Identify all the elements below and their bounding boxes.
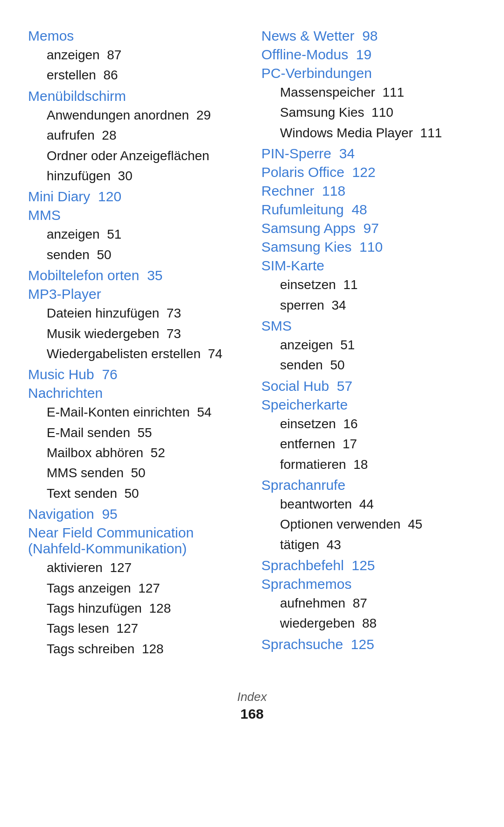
sub-item: Mailbox abhören 52 bbox=[47, 443, 243, 463]
index-entry: Sprachmemosaufnehmen 87wiedergeben 88 bbox=[261, 576, 476, 634]
index-entry: MP3-PlayerDateien hinzufügen 73Musik wie… bbox=[28, 286, 243, 364]
entry-header: Speicherkarte bbox=[261, 397, 476, 413]
index-entry: Sprachsuche 125 bbox=[261, 636, 476, 652]
entry-header: Navigation 95 bbox=[28, 506, 243, 522]
sub-items: einsetzen 11sperren 34 bbox=[261, 275, 476, 315]
entry-header: Music Hub 76 bbox=[28, 367, 243, 382]
entry-header: SMS bbox=[261, 318, 476, 334]
sub-item: Tags hinzufügen 128 bbox=[47, 598, 243, 618]
left-column: Memosanzeigen 87erstellen 86Menübildschi… bbox=[28, 28, 243, 662]
footer-page: 168 bbox=[240, 706, 264, 721]
entry-header: Samsung Apps 97 bbox=[261, 220, 476, 236]
footer-label: Index bbox=[28, 690, 476, 704]
sub-items: aufnehmen 87wiedergeben 88 bbox=[261, 593, 476, 634]
index-entry: PC-VerbindungenMassenspeicher 111Samsung… bbox=[261, 65, 476, 143]
index-entry: MMSanzeigen 51senden 50 bbox=[28, 207, 243, 265]
index-entry: Memosanzeigen 87erstellen 86 bbox=[28, 28, 243, 85]
entry-header: Rufumleitung 48 bbox=[261, 202, 476, 218]
sub-item: erstellen 86 bbox=[47, 65, 243, 85]
sub-item: einsetzen 11 bbox=[280, 275, 476, 295]
sub-item: anzeigen 87 bbox=[47, 45, 243, 65]
index-entry: Samsung Apps 97 bbox=[261, 220, 476, 236]
sub-items: beantworten 44Optionen verwenden 45tätig… bbox=[261, 494, 476, 555]
sub-item: E-Mail-Konten einrichten 54 bbox=[47, 402, 243, 422]
sub-item: Text senden 50 bbox=[47, 483, 243, 503]
entry-header: Mini Diary 120 bbox=[28, 189, 243, 205]
entry-header: Samsung Kies 110 bbox=[261, 239, 476, 255]
sub-item: aufrufen 28 bbox=[47, 125, 243, 145]
sub-item: Dateien hinzufügen 73 bbox=[47, 303, 243, 323]
footer: Index 168 bbox=[28, 690, 476, 722]
sub-item: beantworten 44 bbox=[280, 494, 476, 514]
index-entry: Samsung Kies 110 bbox=[261, 239, 476, 255]
sub-item: einsetzen 16 bbox=[280, 414, 476, 434]
index-entry: Rufumleitung 48 bbox=[261, 202, 476, 218]
sub-item: aufnehmen 87 bbox=[280, 593, 476, 613]
sub-item: anzeigen 51 bbox=[280, 335, 476, 355]
index-entry: Near Field Communication (Nahfeld-Kommun… bbox=[28, 525, 243, 659]
entry-header: Sprachbefehl 125 bbox=[261, 558, 476, 573]
index-entry: Polaris Office 122 bbox=[261, 164, 476, 180]
index-entry: Rechner 118 bbox=[261, 183, 476, 199]
sub-item: Wiedergabelisten erstellen 74 bbox=[47, 344, 243, 364]
entry-header: Nachrichten bbox=[28, 385, 243, 401]
index-entry: Social Hub 57 bbox=[261, 378, 476, 394]
right-column: News & Wetter 98Offline-Modus 19PC-Verbi… bbox=[261, 28, 476, 662]
entry-header: PC-Verbindungen bbox=[261, 65, 476, 81]
entry-header: News & Wetter 98 bbox=[261, 28, 476, 44]
index-entry: SMSanzeigen 51senden 50 bbox=[261, 318, 476, 375]
index-entry: SIM-Karteeinsetzen 11sperren 34 bbox=[261, 258, 476, 315]
index-entry: Music Hub 76 bbox=[28, 367, 243, 382]
entry-header: Mobiltelefon orten 35 bbox=[28, 268, 243, 283]
sub-item: Anwendungen anordnen 29 bbox=[47, 105, 243, 125]
entry-header: Sprachanrufe bbox=[261, 477, 476, 493]
entry-header: MMS bbox=[28, 207, 243, 223]
sub-items: Dateien hinzufügen 73Musik wiedergeben 7… bbox=[28, 303, 243, 364]
sub-items: Massenspeicher 111Samsung Kies 110Window… bbox=[261, 82, 476, 143]
entry-header: PIN-Sperre 34 bbox=[261, 146, 476, 162]
entry-header: Offline-Modus 19 bbox=[261, 47, 476, 63]
index-entry: Mobiltelefon orten 35 bbox=[28, 268, 243, 283]
sub-item: Windows Media Player 111 bbox=[280, 123, 476, 143]
sub-item: Tags schreiben 128 bbox=[47, 639, 243, 659]
sub-item: Ordner oder Anzeigeflächen hinzufügen 30 bbox=[47, 146, 243, 186]
sub-items: E-Mail-Konten einrichten 54E-Mail senden… bbox=[28, 402, 243, 503]
index-entry: NachrichtenE-Mail-Konten einrichten 54E-… bbox=[28, 385, 243, 503]
sub-items: Anwendungen anordnen 29aufrufen 28Ordner… bbox=[28, 105, 243, 186]
sub-items: aktivieren 127Tags anzeigen 127Tags hinz… bbox=[28, 558, 243, 659]
entry-header: SIM-Karte bbox=[261, 258, 476, 274]
index-columns: Memosanzeigen 87erstellen 86Menübildschi… bbox=[28, 28, 476, 662]
sub-item: MMS senden 50 bbox=[47, 463, 243, 483]
index-entry: Navigation 95 bbox=[28, 506, 243, 522]
index-entry: MenübildschirmAnwendungen anordnen 29auf… bbox=[28, 88, 243, 186]
index-entry: Mini Diary 120 bbox=[28, 189, 243, 205]
sub-item: wiedergeben 88 bbox=[280, 613, 476, 633]
sub-item: E-Mail senden 55 bbox=[47, 423, 243, 443]
sub-item: sperren 34 bbox=[280, 295, 476, 315]
sub-item: senden 50 bbox=[280, 355, 476, 375]
entry-header: Polaris Office 122 bbox=[261, 164, 476, 180]
entry-header: Menübildschirm bbox=[28, 88, 243, 104]
index-entry: News & Wetter 98 bbox=[261, 28, 476, 44]
index-entry: Sprachanrufebeantworten 44Optionen verwe… bbox=[261, 477, 476, 555]
sub-item: anzeigen 51 bbox=[47, 224, 243, 244]
entry-header: Near Field Communication (Nahfeld-Kommun… bbox=[28, 525, 243, 557]
sub-items: anzeigen 87erstellen 86 bbox=[28, 45, 243, 85]
entry-header: MP3-Player bbox=[28, 286, 243, 302]
sub-item: Massenspeicher 111 bbox=[280, 82, 476, 102]
sub-items: anzeigen 51senden 50 bbox=[28, 224, 243, 265]
sub-item: aktivieren 127 bbox=[47, 558, 243, 578]
sub-item: tätigen 43 bbox=[280, 535, 476, 555]
sub-item: Optionen verwenden 45 bbox=[280, 514, 476, 534]
sub-item: formatieren 18 bbox=[280, 454, 476, 474]
sub-item: entfernen 17 bbox=[280, 434, 476, 454]
index-entry: Offline-Modus 19 bbox=[261, 47, 476, 63]
index-entry: PIN-Sperre 34 bbox=[261, 146, 476, 162]
sub-item: Tags lesen 127 bbox=[47, 618, 243, 638]
entry-header: Social Hub 57 bbox=[261, 378, 476, 394]
index-entry: Speicherkarteeinsetzen 16entfernen 17for… bbox=[261, 397, 476, 474]
sub-item: Musik wiedergeben 73 bbox=[47, 324, 243, 344]
sub-item: Samsung Kies 110 bbox=[280, 102, 476, 122]
entry-header: Sprachmemos bbox=[261, 576, 476, 592]
sub-items: anzeigen 51senden 50 bbox=[261, 335, 476, 375]
